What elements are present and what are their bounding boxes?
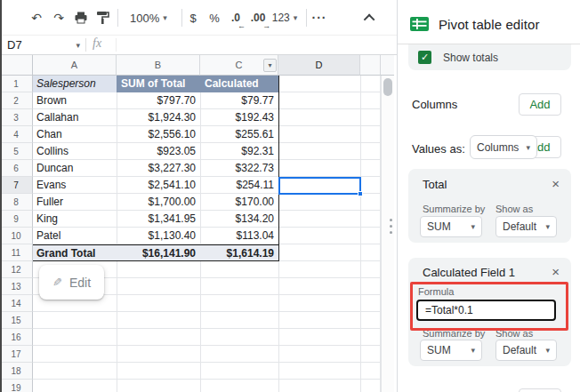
print-icon[interactable]	[72, 0, 90, 36]
chevron-down-icon: ▾	[294, 13, 298, 22]
row-header[interactable]: 11	[0, 244, 33, 261]
column-dropdown-icon[interactable]: ▾	[263, 59, 277, 72]
cell[interactable]: $2,541.10	[117, 177, 200, 194]
chevron-down-icon: ▾	[163, 13, 167, 22]
cell[interactable]: $255.61	[200, 126, 278, 143]
card-title: Calculated Field 1	[423, 266, 515, 279]
percent-format-button[interactable]: %	[206, 0, 222, 36]
row-header[interactable]: 3	[0, 109, 33, 126]
cell[interactable]: Evans	[33, 177, 117, 194]
row-header[interactable]: 12	[0, 261, 33, 278]
collapse-toolbar-icon[interactable]	[360, 0, 380, 36]
column-header-partial[interactable]	[360, 55, 381, 76]
panel-resize-grip[interactable]	[390, 231, 392, 234]
formula-input[interactable]: =Total*0.1	[416, 300, 556, 321]
cell[interactable]: Callahan	[33, 109, 117, 126]
toolbar-divider	[181, 9, 182, 27]
scrollbar-thumb[interactable]	[383, 78, 392, 96]
cell[interactable]: $1,700.00	[117, 194, 200, 211]
panel-resize-grip[interactable]	[390, 225, 392, 228]
cell[interactable]: $254.11	[200, 177, 278, 194]
cell[interactable]: $1,924.30	[117, 109, 200, 126]
cell[interactable]: $2,556.10	[117, 126, 200, 143]
row-header[interactable]: 1	[0, 76, 33, 92]
chevron-down-icon[interactable]: ▾	[76, 41, 80, 50]
cell-b1[interactable]: SUM of Total	[117, 76, 200, 92]
row-header[interactable]: 17	[0, 346, 33, 363]
row-header[interactable]: 15	[0, 312, 33, 329]
cell[interactable]: Fuller	[33, 194, 117, 211]
cell[interactable]: $134.20	[200, 211, 278, 228]
cell[interactable]: $3,227.30	[117, 160, 200, 177]
summarize-by-dropdown[interactable]: SUM▾	[420, 216, 482, 237]
cell[interactable]: $79.77	[200, 92, 278, 109]
row-header[interactable]: 5	[0, 143, 33, 160]
add-button-partial[interactable]	[519, 388, 561, 392]
cell[interactable]: $797.70	[117, 92, 200, 109]
show-as-dropdown[interactable]: Default▾	[495, 216, 557, 237]
row-header[interactable]: 6	[0, 160, 33, 177]
formula-label: Formula	[418, 286, 454, 297]
panel-resize-grip[interactable]	[390, 219, 392, 221]
cell[interactable]: $113.04	[200, 228, 278, 244]
name-box[interactable]: D7 ▾	[0, 36, 85, 54]
row-header[interactable]: 18	[0, 363, 33, 380]
cell[interactable]: $192.43	[200, 109, 278, 126]
cell[interactable]: $1,341.95	[117, 211, 200, 228]
cell[interactable]: Patel	[33, 228, 117, 244]
cell[interactable]: Collins	[33, 143, 117, 160]
fill-handle[interactable]	[358, 191, 363, 196]
row-header[interactable]: 16	[0, 329, 33, 346]
more-options-icon[interactable]: ···	[310, 0, 329, 36]
close-icon[interactable]: ×	[552, 178, 560, 190]
row-header[interactable]: 8	[0, 194, 33, 211]
paint-format-icon[interactable]	[93, 0, 111, 36]
cell[interactable]: King	[33, 211, 117, 228]
column-header-b[interactable]: B	[117, 55, 200, 76]
number-format-menu[interactable]: 123▾	[268, 0, 302, 36]
row-header[interactable]: 4	[0, 126, 33, 143]
cell[interactable]: $923.05	[117, 143, 200, 160]
cell[interactable]: $170.00	[200, 194, 278, 211]
increase-decimal-button[interactable]: .00→	[247, 0, 269, 36]
row-header[interactable]: 14	[0, 295, 33, 312]
select-all-corner[interactable]	[0, 55, 33, 76]
summarize-by-dropdown[interactable]: SUM▾	[420, 340, 482, 361]
close-icon[interactable]: ×	[552, 266, 560, 278]
cell-a1[interactable]: Salesperson	[33, 76, 117, 92]
cell[interactable]: Chan	[33, 126, 117, 143]
cell[interactable]: Grand Total	[33, 245, 117, 260]
currency-format-button[interactable]: $	[185, 0, 201, 36]
values-as-dropdown[interactable]: Columns▾	[470, 135, 537, 159]
edit-pivot-button[interactable]: ✎ Edit	[39, 265, 104, 300]
row-header-selected[interactable]: 7	[0, 177, 33, 194]
vertical-scrollbar[interactable]	[381, 76, 394, 392]
row-header[interactable]: 13	[0, 278, 33, 295]
redo-icon[interactable]: ↷	[50, 0, 68, 36]
column-header-d[interactable]: D	[278, 55, 360, 76]
chevron-down-icon: ▾	[526, 143, 530, 152]
row-header[interactable]: 2	[0, 92, 33, 109]
decrease-decimal-button[interactable]: .0←	[227, 0, 245, 36]
undo-icon[interactable]: ↶	[28, 0, 45, 36]
column-header-a[interactable]: A	[33, 55, 117, 76]
cell-c1[interactable]: Calculated Field	[200, 76, 278, 92]
row-header[interactable]: 10	[0, 228, 33, 244]
cell[interactable]: $92.31	[200, 143, 278, 160]
add-columns-button[interactable]: Add	[519, 93, 561, 116]
zoom-select[interactable]: 100%▾	[124, 0, 173, 36]
cell[interactable]: $322.73	[200, 160, 278, 177]
table-row: Brown $797.70 $79.77	[33, 92, 278, 109]
cell[interactable]: Brown	[33, 92, 117, 109]
row-header[interactable]: 19	[0, 380, 33, 392]
show-totals-checkbox[interactable]: ✓	[418, 51, 431, 64]
selected-cell-d7[interactable]	[278, 177, 361, 195]
table-row: Fuller $1,700.00 $170.00	[33, 194, 278, 211]
cell[interactable]: $1,614.19	[200, 245, 278, 260]
row-header[interactable]: 9	[0, 211, 33, 228]
show-as-dropdown[interactable]: Default▾	[495, 340, 557, 361]
cell[interactable]: Duncan	[33, 160, 117, 177]
cell[interactable]: $16,141.90	[117, 245, 200, 260]
gridline	[360, 76, 361, 392]
cell[interactable]: $1,130.40	[117, 228, 200, 244]
